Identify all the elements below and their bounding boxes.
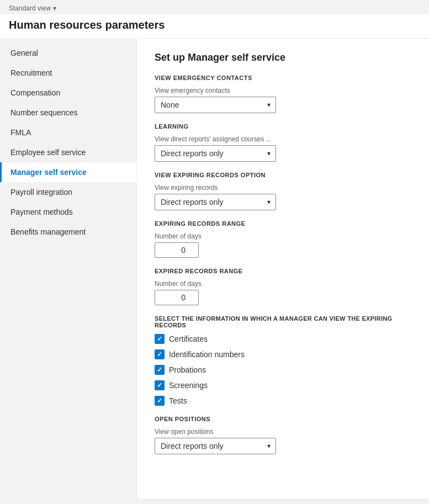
screenings-checkbox-item: Screenings	[155, 380, 411, 390]
expiring-records-option-label: VIEW EXPIRING RECORDS OPTION	[155, 172, 411, 178]
certificates-checkbox[interactable]	[155, 334, 165, 344]
sidebar: General Recruitment Compensation Number …	[0, 39, 137, 498]
content-title: Set up Manager self service	[155, 52, 411, 63]
identification-numbers-label: Identification numbers	[169, 350, 245, 359]
open-positions-field-label: View open positions	[155, 428, 411, 436]
learning-section-label: LEARNING	[155, 123, 411, 130]
open-positions-section: OPEN POSITIONS View open positions Direc…	[155, 416, 411, 454]
learning-dropdown[interactable]: Direct reports only All None	[155, 145, 276, 162]
sidebar-item-payment-methods[interactable]: Payment methods	[0, 202, 136, 222]
sidebar-item-compensation[interactable]: Compensation	[0, 83, 136, 103]
sidebar-item-recruitment[interactable]: Recruitment	[0, 63, 136, 83]
learning-section: LEARNING View direct reports' assigned c…	[155, 123, 411, 162]
expiring-records-dropdown[interactable]: Direct reports only All None	[155, 194, 276, 210]
tests-checkbox-item: Tests	[155, 396, 411, 406]
emergency-contacts-field-label: View emergency contacts	[155, 87, 411, 94]
expired-range-input[interactable]	[155, 290, 199, 305]
screenings-label: Screenings	[169, 381, 208, 390]
certificates-label: Certificates	[169, 335, 208, 343]
identification-numbers-checkbox[interactable]	[155, 349, 165, 359]
expiring-range-label: EXPIRING RECORDS RANGE	[155, 220, 411, 227]
sidebar-item-benefits-management[interactable]: Benefits management	[0, 222, 136, 242]
certificates-checkbox-item: Certificates	[155, 334, 411, 344]
screenings-checkbox[interactable]	[155, 380, 165, 390]
chevron-down-icon: ▾	[53, 4, 56, 12]
expiring-records-field-label: View expiring records	[155, 184, 411, 192]
tests-label: Tests	[169, 396, 187, 405]
learning-dropdown-wrapper: Direct reports only All None ▾	[155, 145, 276, 162]
expiring-range-section: EXPIRING RECORDS RANGE Number of days	[155, 220, 411, 258]
emergency-contacts-section: VIEW EMERGENCY CONTACTS View emergency c…	[155, 75, 411, 113]
open-positions-section-label: OPEN POSITIONS	[155, 416, 411, 422]
expiring-records-dropdown-wrapper: Direct reports only All None ▾	[155, 194, 276, 210]
expired-range-field-label: Number of days	[155, 280, 411, 288]
tests-checkbox[interactable]	[155, 396, 165, 406]
expiring-range-field-label: Number of days	[155, 232, 411, 240]
open-positions-dropdown-wrapper: Direct reports only All None ▾	[155, 438, 276, 454]
page-title: Human resources parameters	[0, 14, 429, 39]
top-bar[interactable]: Standard view ▾	[0, 0, 429, 14]
probations-checkbox-item: Probations	[155, 365, 411, 375]
sidebar-item-general[interactable]: General	[0, 43, 136, 63]
emergency-contacts-section-label: VIEW EMERGENCY CONTACTS	[155, 75, 411, 81]
open-positions-dropdown[interactable]: Direct reports only All None	[155, 438, 276, 454]
learning-field-label: View direct reports' assigned courses ..…	[155, 135, 411, 143]
info-selection-section: SELECT THE INFORMATION IN WHICH A MANAGE…	[155, 315, 411, 406]
identification-numbers-checkbox-item: Identification numbers	[155, 349, 411, 359]
expired-range-label: EXPIRED RECORDS RANGE	[155, 268, 411, 274]
main-content: Set up Manager self service VIEW EMERGEN…	[137, 39, 429, 498]
probations-checkbox[interactable]	[155, 365, 165, 375]
sidebar-item-employee-self-service[interactable]: Employee self service	[0, 142, 136, 162]
expiring-records-option-section: VIEW EXPIRING RECORDS OPTION View expiri…	[155, 172, 411, 210]
info-selection-label: SELECT THE INFORMATION IN WHICH A MANAGE…	[155, 315, 411, 328]
sidebar-item-manager-self-service[interactable]: Manager self service	[0, 162, 136, 182]
emergency-contacts-dropdown-wrapper: None Direct reports only All ▾	[155, 97, 276, 113]
sidebar-item-number-sequences[interactable]: Number sequences	[0, 103, 136, 123]
sidebar-item-fmla[interactable]: FMLA	[0, 123, 136, 142]
probations-label: Probations	[169, 365, 206, 374]
sidebar-item-payroll-integration[interactable]: Payroll integration	[0, 182, 136, 202]
expiring-range-input[interactable]	[155, 242, 199, 258]
expired-range-section: EXPIRED RECORDS RANGE Number of days	[155, 268, 411, 305]
standard-view-label: Standard view	[9, 4, 51, 12]
emergency-contacts-dropdown[interactable]: None Direct reports only All	[155, 97, 276, 113]
